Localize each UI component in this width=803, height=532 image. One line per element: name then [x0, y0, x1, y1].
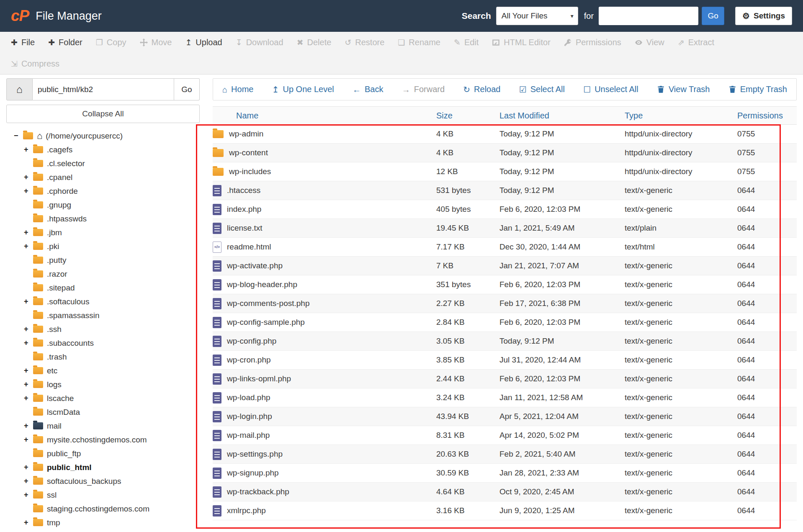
- collapse-icon[interactable]: −: [14, 131, 23, 140]
- path-go-button[interactable]: Go: [174, 78, 200, 100]
- tree-item[interactable]: .htpasswds: [6, 212, 200, 226]
- restore-button[interactable]: ↺Restore: [338, 38, 391, 47]
- file-row[interactable]: index.php 405 bytesFeb 6, 2020, 12:03 PM…: [213, 200, 797, 219]
- file-row[interactable]: wp-content 4 KBToday, 9:12 PMhttpd/unix-…: [213, 144, 797, 162]
- collapse-all-button[interactable]: Collapse All: [6, 105, 200, 123]
- tree-item[interactable]: .trash: [6, 350, 200, 364]
- expand-icon[interactable]: +: [24, 380, 33, 389]
- expand-icon[interactable]: +: [24, 173, 33, 182]
- tree-item[interactable]: staging.cchostingdemos.com: [6, 502, 200, 516]
- expand-icon[interactable]: +: [24, 366, 33, 375]
- file-row[interactable]: wp-config-sample.php 2.84 KBFeb 6, 2020,…: [213, 313, 797, 332]
- expand-icon[interactable]: +: [24, 421, 33, 430]
- tree-item[interactable]: .razor: [6, 267, 200, 281]
- tree-item[interactable]: .cl.selector: [6, 157, 200, 170]
- expand-icon[interactable]: +: [24, 228, 33, 237]
- path-input[interactable]: [33, 78, 174, 100]
- expand-icon[interactable]: +: [24, 145, 33, 154]
- html-editor-button[interactable]: HTML Editor: [485, 38, 557, 47]
- tree-item[interactable]: +etc: [6, 364, 200, 378]
- folder-button[interactable]: ✚Folder: [41, 38, 89, 47]
- nav-reload[interactable]: ↻Reload: [463, 85, 500, 94]
- view-button[interactable]: View: [628, 38, 671, 47]
- file-row[interactable]: wp-login.php 43.94 KBApr 5, 2021, 12:04 …: [213, 407, 797, 426]
- tree-item[interactable]: +.softaculous: [6, 295, 200, 308]
- tree-item[interactable]: +.cphorde: [6, 184, 200, 198]
- file-row[interactable]: wp-comments-post.php 2.27 KBFeb 17, 2021…: [213, 294, 797, 313]
- expand-icon[interactable]: +: [24, 477, 33, 486]
- copy-button[interactable]: ❐Copy: [89, 38, 133, 47]
- nav-up-one-level[interactable]: ↥Up One Level: [272, 85, 334, 94]
- expand-icon[interactable]: +: [24, 297, 33, 306]
- expand-icon[interactable]: +: [24, 491, 33, 499]
- delete-button[interactable]: ✖Delete: [290, 38, 338, 47]
- tree-item[interactable]: +.cagefs: [6, 143, 200, 157]
- file-row[interactable]: xmlrpc.php 3.16 KBJun 9, 2020, 1:25 AMte…: [213, 501, 797, 520]
- tree-item-root[interactable]: − ⌂ (/home/yourcpusercc): [6, 129, 200, 143]
- file-row[interactable]: wp-cron.php 3.85 KBJul 31, 2020, 12:44 A…: [213, 351, 797, 370]
- nav-back[interactable]: ←Back: [353, 85, 383, 94]
- file-row[interactable]: wp-admin 4 KBToday, 9:12 PMhttpd/unix-di…: [213, 125, 797, 144]
- compress-button[interactable]: ⇲Compress: [4, 59, 66, 69]
- tree-item[interactable]: lscmData: [6, 405, 200, 419]
- tree-item[interactable]: +tmp: [6, 516, 200, 529]
- file-row[interactable]: .htaccess 531 bytesToday, 9:12 PMtext/x-…: [213, 181, 797, 200]
- sort-by-name[interactable]: Name: [236, 111, 258, 120]
- file-row[interactable]: wp-trackback.php 4.64 KBOct 9, 2020, 2:4…: [213, 483, 797, 501]
- tree-item[interactable]: +lscache: [6, 391, 200, 405]
- extract-button[interactable]: ⇗Extract: [671, 38, 721, 47]
- expand-icon[interactable]: +: [24, 187, 33, 195]
- tree-item[interactable]: .putty: [6, 253, 200, 267]
- search-scope-select[interactable]: All Your Files ▾: [496, 7, 578, 25]
- file-row[interactable]: wp-settings.php 20.63 KBFeb 2, 2021, 5:4…: [213, 445, 797, 464]
- tree-item[interactable]: +.cpanel: [6, 170, 200, 184]
- sort-by-type[interactable]: Type: [625, 111, 643, 120]
- nav-select-all[interactable]: ☑Select All: [519, 85, 565, 94]
- home-directory-button[interactable]: ⌂: [6, 78, 33, 100]
- tree-item[interactable]: +mail: [6, 419, 200, 433]
- tree-item[interactable]: .spamassassin: [6, 308, 200, 322]
- sort-by-size[interactable]: Size: [436, 111, 453, 120]
- file-row[interactable]: license.txt 19.45 KBJan 1, 2021, 5:49 AM…: [213, 219, 797, 238]
- edit-button[interactable]: ✎Edit: [447, 38, 485, 47]
- settings-button[interactable]: ⚙ Settings: [735, 7, 792, 25]
- tree-item[interactable]: +.ssh: [6, 322, 200, 336]
- file-row[interactable]: wp-signup.php 30.59 KBJan 28, 2021, 2:33…: [213, 464, 797, 483]
- tree-item[interactable]: +.pki: [6, 239, 200, 253]
- tree-item-public-html[interactable]: +public_html: [6, 460, 200, 474]
- search-input[interactable]: [599, 7, 698, 25]
- file-row[interactable]: wp-mail.php 8.31 KBApr 14, 2020, 5:02 PM…: [213, 426, 797, 445]
- tree-item[interactable]: +.subaccounts: [6, 336, 200, 350]
- rename-button[interactable]: ❏Rename: [391, 38, 447, 47]
- nav-view-trash[interactable]: View Trash: [657, 85, 710, 94]
- expand-icon[interactable]: +: [24, 394, 33, 403]
- tree-item[interactable]: .sitepad: [6, 281, 200, 295]
- tree-item[interactable]: +logs: [6, 378, 200, 391]
- nav-home[interactable]: ⌂Home: [222, 85, 253, 94]
- file-button[interactable]: ✚File: [4, 38, 41, 47]
- permissions-button[interactable]: Permissions: [557, 38, 628, 47]
- download-button[interactable]: ↧Download: [229, 38, 290, 47]
- tree-item[interactable]: public_ftp: [6, 447, 200, 460]
- sort-by-permissions[interactable]: Permissions: [737, 111, 783, 120]
- tree-item[interactable]: +ssl: [6, 488, 200, 502]
- file-row[interactable]: wp-config.php 3.05 KBToday, 9:12 PMtext/…: [213, 332, 797, 351]
- expand-icon[interactable]: +: [24, 518, 33, 527]
- tree-item[interactable]: +softaculous_backups: [6, 474, 200, 488]
- file-row[interactable]: readme.html 7.17 KBDec 30, 2020, 1:44 AM…: [213, 238, 797, 257]
- nav-forward[interactable]: →Forward: [402, 85, 445, 94]
- file-row[interactable]: wp-load.php 3.24 KBJan 11, 2021, 12:58 A…: [213, 388, 797, 407]
- search-go-button[interactable]: Go: [702, 7, 724, 25]
- file-row[interactable]: wp-includes 12 KBToday, 9:12 PMhttpd/uni…: [213, 162, 797, 181]
- file-row[interactable]: wp-links-opml.php 2.44 KBFeb 6, 2020, 12…: [213, 370, 797, 388]
- file-row[interactable]: wp-blog-header.php 351 bytesFeb 6, 2020,…: [213, 275, 797, 294]
- expand-icon[interactable]: +: [24, 463, 33, 472]
- tree-item[interactable]: .gnupg: [6, 198, 200, 212]
- sort-by-last-modified[interactable]: Last Modified: [499, 111, 549, 120]
- file-row[interactable]: wp-activate.php 7 KBJan 21, 2021, 7:07 A…: [213, 257, 797, 275]
- upload-button[interactable]: ↥Upload: [178, 38, 229, 47]
- tree-item[interactable]: +.jbm: [6, 226, 200, 239]
- expand-icon[interactable]: +: [24, 242, 33, 251]
- expand-icon[interactable]: +: [24, 435, 33, 444]
- nav-empty-trash[interactable]: Empty Trash: [728, 85, 787, 94]
